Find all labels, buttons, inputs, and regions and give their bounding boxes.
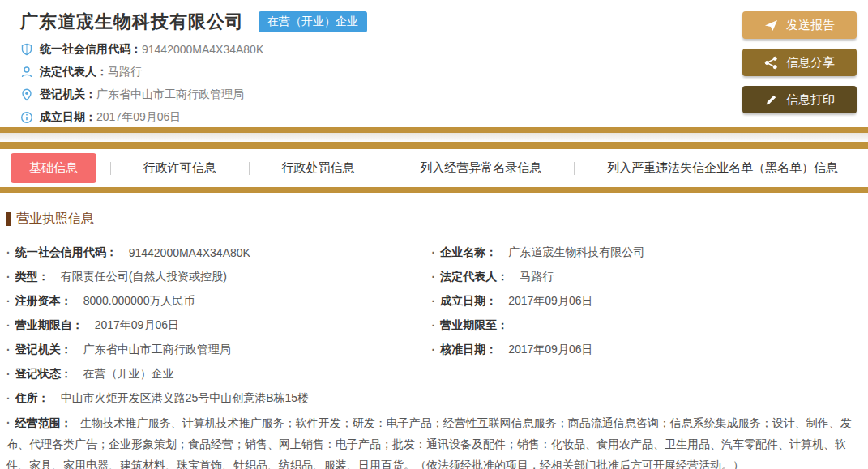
detail-row-company-name: ·企业名称：广东道宬生物科技有限公司 <box>432 241 857 265</box>
paper-plane-icon <box>764 19 778 32</box>
tab-basic-info[interactable]: 基础信息 <box>11 153 96 183</box>
location-icon <box>20 88 33 101</box>
detail-row-address: ·住所：中山市火炬开发区港义路25号中山创意港B栋15楼 <box>6 386 857 411</box>
detail-row-founded-date: ·成立日期：2017年09月06日 <box>432 289 857 313</box>
send-report-label: 发送报告 <box>786 18 835 33</box>
page-title: 广东道宬生物科技有限公司 <box>20 10 244 34</box>
legal-rep-label: 法定代表人： <box>40 65 108 79</box>
section-title: 营业执照信息 <box>6 211 857 228</box>
license-right-column: ·企业名称：广东道宬生物科技有限公司 ·法定代表人：马路行 ·成立日期：2017… <box>432 241 857 386</box>
credit-code-value: 91442000MA4X34A80K <box>142 43 263 56</box>
founded-row: 成立日期： 2017年09月06日 <box>20 110 857 125</box>
detail-row-term-to: ·营业期限至： <box>432 313 857 338</box>
tab-abnormal-list[interactable]: 列入经营异常名录信息 <box>401 153 560 183</box>
tab-blacklist[interactable]: 列入严重违法失信企业名单（黑名单）信息 <box>588 153 857 183</box>
detail-row-term-from: ·营业期限自：2017年09月06日 <box>6 313 432 338</box>
pencil-icon <box>764 93 778 107</box>
legal-rep-row: 法定代表人： 马路行 <box>20 65 857 79</box>
detail-row-registry: ·登记机关：广东省中山市工商行政管理局 <box>6 338 432 362</box>
tab-divider <box>110 162 111 175</box>
status-badge: 在营（开业）企业 <box>259 11 367 32</box>
share-info-label: 信息分享 <box>786 55 835 70</box>
gold-divider-top <box>0 127 868 133</box>
divider-shadow <box>0 133 868 142</box>
tab-divider <box>249 162 250 175</box>
detail-row-legal-rep: ·法定代表人：马路行 <box>432 265 857 289</box>
license-left-column: ·统一社会信用代码：91442000MA4X34A80K ·类型：有限责任公司(… <box>6 241 432 386</box>
detail-row-type: ·类型：有限责任公司(自然人投资或控股) <box>6 265 432 289</box>
share-info-button[interactable]: 信息分享 <box>742 49 857 76</box>
print-info-label: 信息打印 <box>786 92 835 108</box>
person-icon <box>20 66 33 79</box>
founded-value: 2017年09月06日 <box>96 110 181 125</box>
tab-admin-penalty[interactable]: 行政处罚信息 <box>263 153 374 183</box>
legal-rep-value: 马路行 <box>108 65 142 79</box>
action-buttons: 发送报告 信息分享 信息打印 <box>742 11 857 113</box>
info-icon <box>20 111 33 124</box>
send-report-button[interactable]: 发送报告 <box>742 11 857 39</box>
detail-row-credit-code: ·统一社会信用代码：91442000MA4X34A80K <box>6 241 432 265</box>
share-icon <box>764 56 778 70</box>
credit-code-row: 统一社会信用代码： 91442000MA4X34A80K <box>20 42 857 57</box>
license-section: 营业执照信息 ·统一社会信用代码：91442000MA4X34A80K ·类型：… <box>0 193 868 469</box>
company-header: 广东道宬生物科技有限公司 在营（开业）企业 统一社会信用代码： 91442000… <box>0 0 868 127</box>
tab-admin-license[interactable]: 行政许可信息 <box>125 153 235 183</box>
section-title-text: 营业执照信息 <box>16 211 94 228</box>
registry-value: 广东省中山市工商行政管理局 <box>96 87 244 102</box>
detail-row-registered-capital: ·注册资本：8000.000000万人民币 <box>6 289 432 313</box>
registry-label: 登记机关： <box>40 87 96 102</box>
print-info-button[interactable]: 信息打印 <box>742 86 857 113</box>
founded-label: 成立日期： <box>40 110 96 125</box>
detail-row-approval-date: ·核准日期：2017年09月06日 <box>432 338 857 362</box>
gold-divider-middle <box>0 142 868 149</box>
tab-bar: 基础信息 行政许可信息 行政处罚信息 列入经营异常名录信息 列入严重违法失信企业… <box>0 149 868 187</box>
credit-code-label: 统一社会信用代码： <box>40 42 142 57</box>
section-title-marker <box>6 212 11 226</box>
tab-divider <box>387 162 387 175</box>
gold-divider-bottom <box>0 187 868 193</box>
detail-row-business-scope: ·经营范围：生物技术推广服务、计算机技术推广服务；软件开发；研发：电子产品；经营… <box>6 412 857 469</box>
tab-divider <box>574 162 575 175</box>
credit-code-icon <box>20 43 33 56</box>
registry-row: 登记机关： 广东省中山市工商行政管理局 <box>20 87 857 102</box>
detail-row-registration-status: ·登记状态：在营（开业）企业 <box>6 362 432 386</box>
